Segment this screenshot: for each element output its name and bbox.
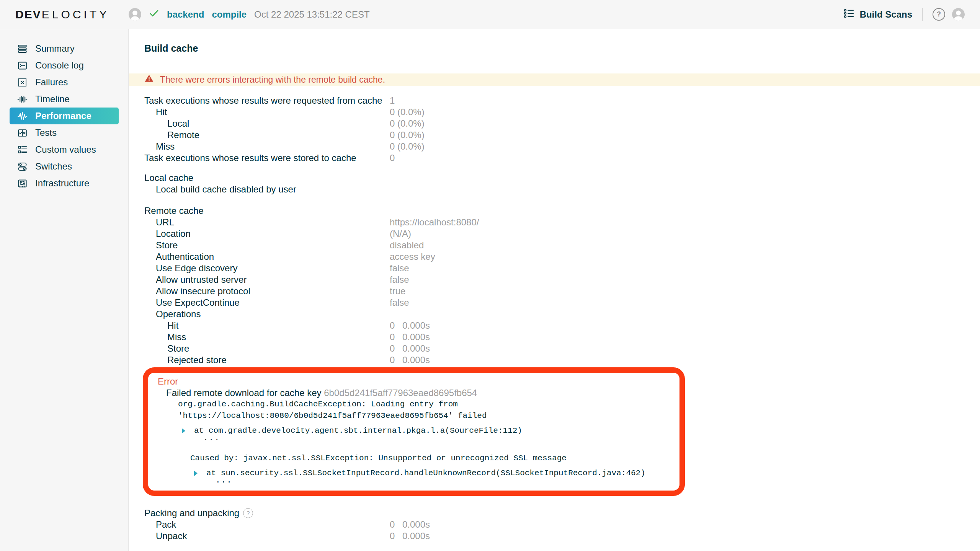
setting-label: URL [144,217,174,228]
stat-value: 0 (0.0%) [390,129,425,141]
setting-value: disabled [390,240,424,251]
operation-time: 0.000s [402,354,430,366]
help-icon[interactable]: ? [933,8,945,21]
stack-frame: at com.gradle.develocity.agent.sbt.inter… [194,426,522,435]
stat-label: Task executions whose results were store… [144,153,356,163]
operation-count: 0 [390,320,395,331]
stack-ellipsis: ... [216,478,673,484]
sidebar-item-failures[interactable]: Failures [10,74,119,91]
build-success-check-icon [149,8,159,21]
console-log-icon [17,60,28,71]
operation-label: Miss [144,331,186,343]
packing-row: Pack 0 0.000s [144,519,980,530]
sidebar-item-label: Custom values [35,144,96,155]
sidebar-item-label: Summary [35,43,75,54]
setting-value: false [390,262,409,274]
sidebar-item-tests[interactable]: Tests [10,124,119,141]
setting-value: (N/A) [390,228,411,240]
setting-label: Allow untrusted server [144,274,247,285]
setting-label: Store [144,240,178,251]
build-scans-label: Build Scans [860,9,912,20]
page-title: Build cache [144,43,965,54]
sidebar-item-performance[interactable]: Performance [10,108,119,124]
packing-time: 0.000s [402,530,430,542]
setting-label: Use ExpectContinue [144,297,240,308]
logo-text-bold: DEV [15,8,41,21]
setting-row: Store disabled [144,240,980,251]
local-cache-note: Local build cache disabled by user [144,184,296,195]
stat-row: Hit 0 (0.0%) [144,106,980,118]
error-title-text: Failed remote download for cache key [166,388,322,398]
sidebar-item-switches[interactable]: Switches [10,158,119,175]
sidebar-item-label: Infrastructure [35,178,89,189]
app-header: DEVELOCITY backend compile Oct 22 2025 1… [0,0,980,29]
warning-banner: There were errors interacting with the r… [129,73,980,86]
packing-help-icon[interactable]: ? [243,508,253,518]
setting-value: true [390,285,405,297]
sidebar-nav: Summary Console log Failures [0,29,129,551]
stat-label: Local [144,118,189,129]
exception-message: org.gradle.caching.BuildCacheException: … [178,399,673,422]
user-menu-avatar[interactable] [952,8,965,21]
stat-row: Remote 0 (0.0%) [144,129,980,141]
title-divider [129,64,980,64]
setting-row: URL https://localhost:8080/ [144,217,980,228]
caused-by-message: Caused by: javax.net.ssl.SSLException: U… [190,453,673,464]
header-divider [922,8,923,21]
setting-row: Use Edge discovery false [144,262,980,274]
setting-value: access key [390,251,435,262]
expand-stack-icon[interactable] [182,428,185,434]
stack-ellipsis: ... [203,435,673,441]
task-link[interactable]: compile [212,9,247,20]
build-scans-button[interactable]: Build Scans [843,8,912,21]
stat-value: 1 [390,95,395,106]
warning-message: There were errors interacting with the r… [160,75,385,85]
setting-value: false [390,274,409,285]
build-timestamp: Oct 22 2025 13:51:22 CEST [254,9,370,20]
sidebar-item-custom-values[interactable]: Custom values [10,141,119,158]
cache-key: 6b0d5d241f5aff77963eaed8695fb654 [324,388,477,398]
setting-label: Authentication [144,251,214,262]
header-right: Build Scans ? [843,8,980,21]
switches-icon [17,161,28,172]
operation-row: Rejected store 0 0.000s [144,354,980,366]
operations-heading: Operations [144,308,980,320]
timeline-icon [17,94,28,104]
setting-row: Location (N/A) [144,228,980,240]
sidebar-item-label: Switches [35,161,72,172]
sidebar-item-label: Tests [35,127,57,138]
sidebar-item-label: Failures [35,77,68,88]
stat-row: Task executions whose results were store… [144,152,980,164]
logo-text-light: ELOCITY [42,8,109,21]
sidebar-item-summary[interactable]: Summary [10,40,119,57]
operation-row: Store 0 0.000s [144,343,980,354]
project-link[interactable]: backend [167,9,204,20]
person-icon [952,8,965,21]
operation-label: Hit [144,320,178,331]
packing-label: Unpack [144,530,187,542]
summary-icon [17,44,28,54]
person-icon [129,8,141,21]
stack-frame: at sun.security.ssl.SSLSocketInputRecord… [206,469,645,478]
setting-value: false [390,297,409,308]
sidebar-item-infrastructure[interactable]: Infrastructure [10,175,119,192]
operation-count: 0 [390,343,395,354]
error-title: Failed remote download for cache key 6b0… [166,387,673,399]
stat-label: Miss [144,141,175,152]
packing-section: Packing and unpacking ? Pack 0 0.000s Un… [129,507,980,542]
operation-count: 0 [390,354,395,366]
stat-value: 0 (0.0%) [390,106,425,118]
stat-value: 0 [390,152,395,164]
build-user-avatar[interactable] [129,8,141,21]
stat-label: Remote [144,129,199,141]
stat-label: Task executions whose results were reque… [144,95,382,106]
stat-value: 0 (0.0%) [390,141,425,152]
stack-frame-row: at com.gradle.develocity.agent.sbt.inter… [148,426,673,435]
expand-stack-icon[interactable] [194,471,198,476]
setting-row: Use ExpectContinue false [144,297,980,308]
operation-count: 0 [390,331,395,343]
sidebar-item-timeline[interactable]: Timeline [10,91,119,108]
setting-row: Authentication access key [144,251,980,262]
packing-count: 0 [390,530,395,542]
sidebar-item-console-log[interactable]: Console log [10,57,119,74]
